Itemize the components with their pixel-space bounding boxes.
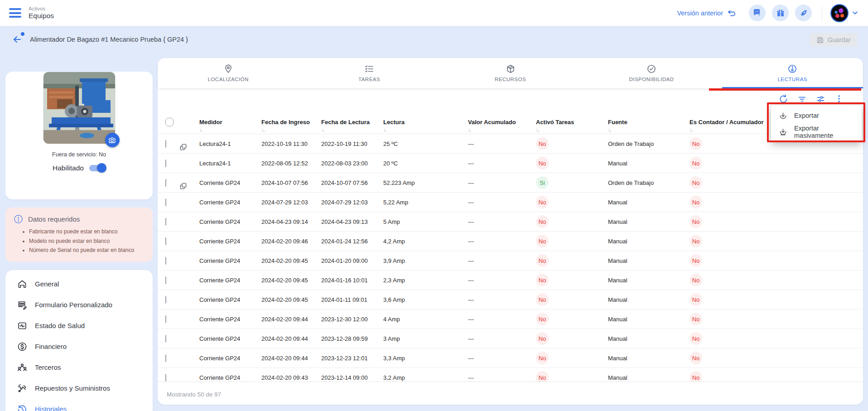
sidebar-item-financiero[interactable]: Financiero xyxy=(5,336,153,357)
sidebar-item-historiales[interactable]: Historiales xyxy=(5,399,153,411)
gift-icon xyxy=(776,9,785,18)
no-badge: No xyxy=(536,254,549,267)
row-checkbox[interactable] xyxy=(165,237,166,245)
table-row[interactable]: Corriente GP242024-04-23 09:142024-04-23… xyxy=(158,212,863,232)
cell-medidor: Corriente GP24 xyxy=(199,218,261,225)
table-row[interactable]: Corriente GP242024-02-20 09:452024-01-20… xyxy=(158,251,863,271)
row-checkbox[interactable] xyxy=(165,374,166,382)
row-checkbox[interactable] xyxy=(165,257,166,265)
row-checkbox[interactable] xyxy=(165,296,166,304)
getting-started-button[interactable] xyxy=(795,5,812,21)
ai-assistant-button[interactable] xyxy=(749,5,766,21)
hamburger-menu-icon[interactable] xyxy=(9,8,21,18)
table-row[interactable]: Corriente GP242024-02-20 09:442023-12-28… xyxy=(158,329,863,348)
history-icon xyxy=(17,404,27,411)
table-row[interactable]: Corriente GP242024-07-29 12:032024-07-29… xyxy=(158,193,863,212)
table-row[interactable]: Corriente GP242024-10-07 07:562024-10-07… xyxy=(158,173,863,193)
sidebar-item-estado-de-salud[interactable]: Estado de Salud xyxy=(5,315,153,336)
cell-fecha-lectura: 2022-10-19 11:30 xyxy=(321,140,383,147)
select-all-checkbox[interactable] xyxy=(165,118,174,126)
row-checkbox[interactable] xyxy=(165,198,166,206)
gauge-icon xyxy=(788,64,797,73)
column-header-activo-tareas[interactable]: Activó Tareas xyxy=(536,111,608,134)
sidebar-item-terceros[interactable]: Terceros xyxy=(5,357,153,378)
column-header-medidor[interactable]: Medidor xyxy=(199,111,261,134)
column-header-fecha-ingreso[interactable]: Fecha de Ingreso xyxy=(261,111,321,134)
enabled-label: Habilitado xyxy=(53,164,84,172)
column-header-fecha-lectura[interactable]: Fecha de Lectura xyxy=(321,111,383,134)
red-annotation-line xyxy=(709,88,861,91)
cell-fecha-ingreso: 2024-04-23 09:14 xyxy=(261,218,321,225)
table-row[interactable]: Corriente GP242024-02-20 09:442023-12-30… xyxy=(158,309,863,329)
column-header-lectura[interactable]: Lectura xyxy=(383,111,468,134)
cell-activo-tareas: No xyxy=(536,157,608,169)
table-footer: Mostrando 50 de 97 xyxy=(158,382,863,406)
cell-lectura: 3,2 Amp xyxy=(383,374,468,381)
whats-new-button[interactable] xyxy=(772,5,789,21)
top-app-bar: Activos Equipos Versión anterior xyxy=(0,0,868,26)
cell-fuente: Manual xyxy=(608,277,690,284)
table-row[interactable]: Corriente GP242024-02-20 09:462024-01-24… xyxy=(158,232,863,251)
cell-lectura: 5,22 Amp xyxy=(383,199,468,206)
row-checkbox[interactable] xyxy=(165,160,166,167)
tab-tareas[interactable]: TAREAS xyxy=(299,58,439,88)
table-row[interactable]: Corriente GP242024-02-20 09:452024-01-16… xyxy=(158,271,863,290)
column-header-valor-acumulado[interactable]: Valor Acumulado xyxy=(468,111,536,134)
row-checkbox[interactable] xyxy=(165,140,166,148)
no-badge: No xyxy=(690,176,702,189)
save-icon xyxy=(816,36,824,44)
cell-fecha-ingreso: 2024-10-07 07:56 xyxy=(261,179,321,186)
tab-disponibilidad[interactable]: DISPONIBILIDAD xyxy=(581,58,722,88)
row-checkbox[interactable] xyxy=(165,218,166,226)
enabled-toggle[interactable] xyxy=(89,165,106,171)
row-checkbox[interactable] xyxy=(165,335,166,343)
cell-fecha-lectura: 2022-08-03 23:00 xyxy=(321,160,383,167)
account-chevron-down-icon[interactable] xyxy=(852,10,858,16)
cell-fuente: Manual xyxy=(608,316,690,323)
row-checkbox[interactable] xyxy=(165,179,166,187)
no-badge: No xyxy=(536,332,549,345)
tab-lecturas[interactable]: LECTURAS xyxy=(722,58,863,88)
tab-label: TAREAS xyxy=(358,77,380,82)
save-button[interactable]: Guardar xyxy=(810,33,857,47)
header-divider xyxy=(822,6,822,20)
previous-version-link[interactable]: Versión anterior xyxy=(677,9,736,18)
row-checkbox[interactable] xyxy=(165,315,166,323)
cell-es-contador: No xyxy=(690,215,863,228)
cell-fecha-lectura: 2024-01-11 09:01 xyxy=(321,296,383,303)
cell-es-contador: No xyxy=(690,235,863,247)
cell-fecha-ingreso: 2024-02-20 09:44 xyxy=(261,335,321,342)
change-photo-button[interactable] xyxy=(105,133,120,147)
cell-lectura: 3,9 Amp xyxy=(383,257,468,264)
cell-lectura: 3,6 Amp xyxy=(383,296,468,303)
no-badge: No xyxy=(536,371,549,382)
cell-valor-acumulado: --- xyxy=(468,238,536,245)
back-button[interactable] xyxy=(12,34,24,46)
row-checkbox[interactable] xyxy=(165,354,166,362)
cell-valor-acumulado: --- xyxy=(468,277,536,284)
tools-icon xyxy=(17,383,27,393)
table-row[interactable]: Lectura24-12022-10-19 11:302022-10-19 11… xyxy=(158,134,863,154)
cell-valor-acumulado: --- xyxy=(468,316,536,323)
cell-activo-tareas: No xyxy=(536,371,608,382)
cell-fuente: Orden de Trabajo xyxy=(608,140,690,147)
tab-localizacion[interactable]: LOCALIZACIÓN xyxy=(158,58,299,88)
sidebar-item-general[interactable]: General xyxy=(5,274,153,295)
cell-fecha-lectura: 2023-12-28 09:59 xyxy=(321,335,383,342)
column-header-fuente[interactable]: Fuente xyxy=(608,111,690,134)
cell-lectura: 4 Amp xyxy=(383,316,468,323)
cell-fecha-lectura: 2024-04-23 09:13 xyxy=(321,218,383,225)
sidebar-item-formulario-personalizado[interactable]: Formulario Personalizado xyxy=(5,295,153,315)
cell-medidor: Lectura24-1 xyxy=(199,140,261,147)
cell-medidor: Corriente GP24 xyxy=(199,179,261,186)
row-checkbox[interactable] xyxy=(165,276,166,284)
account-avatar[interactable] xyxy=(830,4,849,22)
no-badge: No xyxy=(690,293,702,306)
cell-activo-tareas: No xyxy=(536,293,608,306)
table-row[interactable]: Corriente GP242024-02-20 09:442023-12-23… xyxy=(158,348,863,368)
table-row[interactable]: Corriente GP242024-02-20 09:452024-01-11… xyxy=(158,290,863,309)
tab-recursos[interactable]: RECURSOS xyxy=(440,58,581,88)
sidebar-item-repuestos-y-suministros[interactable]: Repuestos y Suministros xyxy=(5,378,153,399)
table-row[interactable]: Corriente GP242024-02-20 09:432023-12-14… xyxy=(158,368,863,382)
table-row[interactable]: Lectura24-12022-08-05 12:522022-08-03 23… xyxy=(158,154,863,173)
